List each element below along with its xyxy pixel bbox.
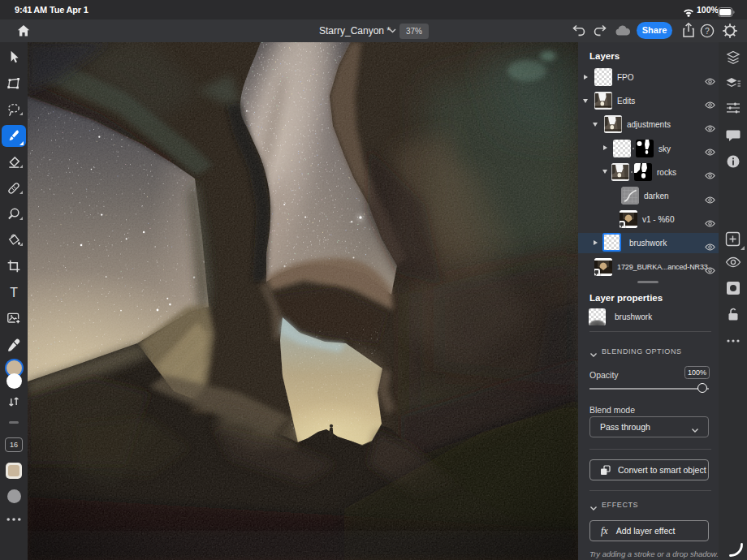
svg-text:?: ? [705,26,710,36]
svg-text:T: T [10,286,18,299]
